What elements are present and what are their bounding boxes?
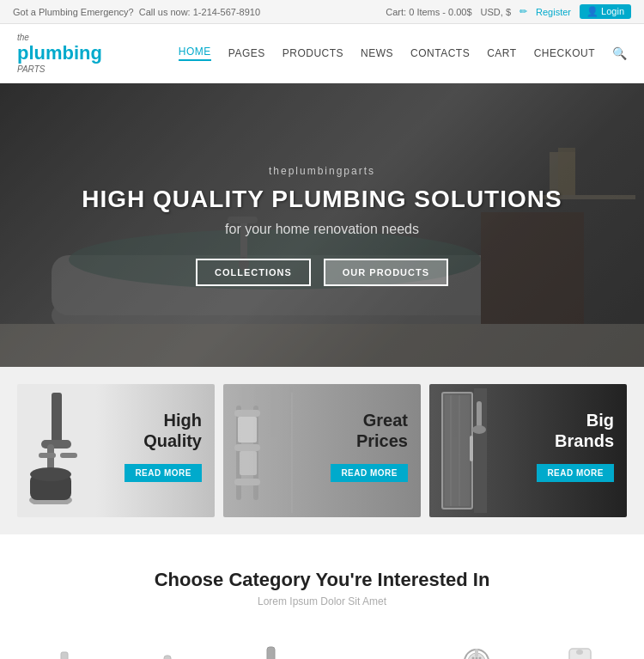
hero-subtitle: for your home renovation needs bbox=[225, 222, 419, 237]
svg-rect-50 bbox=[267, 647, 275, 660]
category-title: Choose Category You're Interested In bbox=[17, 569, 627, 591]
category-item-faucets[interactable]: Faucets bbox=[228, 633, 313, 659]
promo-card-3-content: BigBrands READ MORE bbox=[537, 410, 614, 482]
svg-rect-27 bbox=[240, 451, 257, 475]
main-nav: HOME PAGES PRODUCTS NEWS CONTACTS CART C… bbox=[179, 46, 627, 61]
nav-checkout[interactable]: CHECKOUT bbox=[534, 47, 595, 59]
svg-rect-12 bbox=[52, 393, 62, 444]
shower-icon bbox=[449, 640, 505, 660]
top-bar-right: Cart: 0 Items - 0.00$ USD, $ ✏ Register … bbox=[386, 4, 631, 19]
nav-news[interactable]: NEWS bbox=[361, 47, 393, 59]
promo-card-2-content: GreatPrices READ MORE bbox=[331, 410, 408, 482]
promo-title-3: BigBrands bbox=[537, 410, 614, 451]
hero-section: theplumbingparts HIGH QUALITY PLUMBING S… bbox=[0, 83, 644, 367]
hero-brand: theplumbingparts bbox=[269, 165, 375, 177]
svg-rect-36 bbox=[470, 436, 473, 461]
svg-rect-74 bbox=[475, 649, 478, 657]
bidet-icon-wrap bbox=[30, 633, 99, 659]
promo-card-high-quality: HighQuality READ MORE bbox=[17, 384, 215, 517]
cart-link[interactable]: Cart: 0 Items - 0.00$ bbox=[386, 7, 471, 17]
bath-icon bbox=[346, 640, 402, 660]
svg-point-82 bbox=[576, 650, 583, 655]
category-section: Choose Category You're Interested In Lor… bbox=[0, 534, 644, 659]
header: the plumbing PARTS HOME PAGES PRODUCTS N… bbox=[0, 24, 644, 83]
category-item-bidets[interactable]: Bidets bbox=[21, 633, 107, 659]
top-bar: Got a Plumbing Emergency? Call us now: 1… bbox=[0, 0, 644, 24]
search-icon[interactable]: 🔍 bbox=[612, 46, 627, 60]
towel-rail-icon bbox=[228, 388, 313, 513]
faucet-icon bbox=[26, 393, 103, 504]
category-item-washbasins[interactable]: Washbasins bbox=[125, 633, 210, 659]
svg-rect-26 bbox=[238, 417, 257, 442]
category-subtitle: Lorem Ipsum Dolor Sit Amet bbox=[17, 595, 627, 607]
nav-cart[interactable]: CART bbox=[487, 47, 516, 59]
svg-rect-33 bbox=[445, 395, 470, 506]
svg-rect-24 bbox=[234, 444, 260, 451]
category-grid: Bidets Washbasins bbox=[17, 633, 627, 659]
emergency-info: Got a Plumbing Emergency? Call us now: 1… bbox=[13, 7, 260, 17]
collections-button[interactable]: COLLECTIONS bbox=[196, 259, 311, 286]
nav-pages[interactable]: PAGES bbox=[228, 47, 265, 59]
user-icon: 👤 bbox=[586, 6, 598, 16]
shower-door-icon bbox=[438, 388, 507, 513]
toilet-icon bbox=[552, 640, 608, 660]
promo-card-great-prices: GreatPrices READ MORE bbox=[223, 384, 421, 517]
category-item-showers[interactable]: Showers bbox=[434, 633, 519, 659]
logo-parts: PARTS bbox=[17, 64, 102, 74]
shower-icon-wrap bbox=[442, 633, 511, 659]
toilet-icon-wrap bbox=[545, 633, 614, 659]
promo-section: HighQuality READ MORE GreatPrices READ M… bbox=[0, 367, 644, 534]
hero-content: theplumbingparts HIGH QUALITY PLUMBING S… bbox=[0, 83, 644, 367]
emergency-text: Got a Plumbing Emergency? bbox=[13, 7, 134, 17]
promo-read-more-3[interactable]: READ MORE bbox=[537, 464, 614, 482]
bath-icon-wrap bbox=[339, 633, 408, 659]
svg-rect-38 bbox=[477, 401, 482, 427]
logo-the: the bbox=[17, 33, 102, 42]
svg-rect-25 bbox=[234, 479, 260, 485]
category-item-toilets[interactable]: Toilets bbox=[537, 633, 623, 659]
nav-products[interactable]: PRODUCTS bbox=[283, 47, 343, 59]
logo[interactable]: the plumbing PARTS bbox=[17, 33, 102, 74]
washbasin-icon bbox=[140, 640, 196, 660]
svg-rect-17 bbox=[60, 453, 77, 458]
promo-card-1-content: HighQuality READ MORE bbox=[125, 410, 202, 482]
register-link[interactable]: Register bbox=[536, 7, 571, 17]
logo-plumbing: plumbing bbox=[17, 42, 102, 64]
faucet-icon-wrap bbox=[236, 633, 305, 659]
hero-buttons: COLLECTIONS OUR PRODUCTS bbox=[196, 259, 448, 286]
login-button[interactable]: 👤 Login bbox=[580, 4, 631, 19]
promo-title-1: HighQuality bbox=[125, 410, 202, 451]
hero-title: HIGH QUALITY PLUMBING SOLUTIONS bbox=[82, 186, 562, 213]
svg-rect-13 bbox=[41, 440, 71, 448]
promo-card-big-brands: BigBrands READ MORE bbox=[429, 384, 627, 517]
washbasin-icon-wrap bbox=[133, 633, 202, 659]
faucet-category-icon bbox=[243, 640, 299, 660]
promo-read-more-2[interactable]: READ MORE bbox=[331, 464, 408, 482]
svg-rect-48 bbox=[164, 656, 171, 660]
call-text: Call us now: 1-214-567-8910 bbox=[139, 7, 260, 17]
currency-selector[interactable]: USD, $ bbox=[481, 7, 511, 17]
bidet-icon bbox=[37, 640, 93, 660]
svg-point-20 bbox=[30, 467, 71, 481]
category-item-baths[interactable]: Baths bbox=[331, 633, 416, 659]
svg-rect-42 bbox=[61, 652, 68, 660]
promo-read-more-1[interactable]: READ MORE bbox=[125, 464, 202, 482]
nav-contacts[interactable]: CONTACTS bbox=[410, 47, 470, 59]
svg-rect-23 bbox=[234, 410, 260, 417]
our-products-button[interactable]: OUR PRODUCTS bbox=[324, 259, 448, 286]
promo-title-2: GreatPrices bbox=[331, 410, 408, 451]
svg-rect-16 bbox=[39, 453, 56, 458]
nav-home[interactable]: HOME bbox=[179, 46, 211, 61]
svg-point-39 bbox=[472, 425, 486, 434]
